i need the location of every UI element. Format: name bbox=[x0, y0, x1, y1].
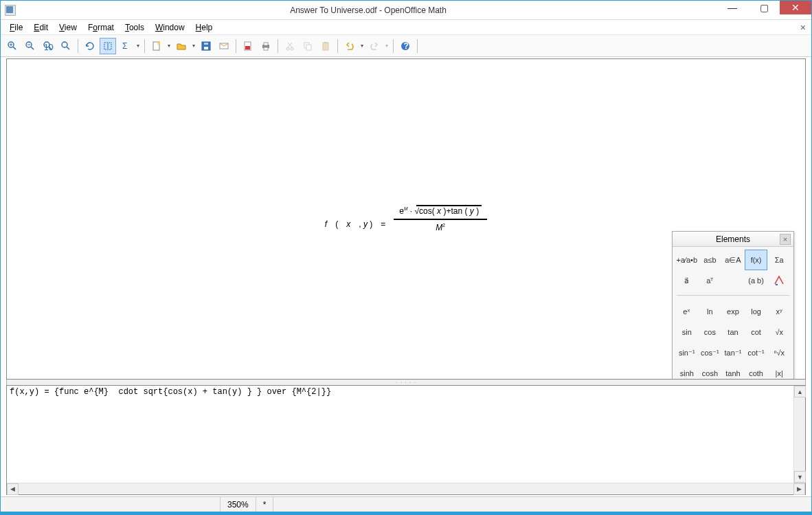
svg-point-16 bbox=[157, 42, 160, 45]
zoom-fit-icon[interactable] bbox=[58, 38, 74, 54]
window-title: Answer To Universe.odf - OpenOffice Math bbox=[20, 6, 717, 15]
fn-cos[interactable]: cos bbox=[699, 322, 722, 342]
window-buttons: — ▢ ✕ bbox=[717, 1, 811, 19]
cut-icon[interactable] bbox=[282, 38, 298, 54]
splitter-handle[interactable] bbox=[6, 380, 806, 385]
menu-edit[interactable]: Edit bbox=[29, 21, 53, 34]
menu-format[interactable]: Format bbox=[83, 21, 119, 34]
fn-coth[interactable]: coth bbox=[745, 363, 768, 380]
fn-sinh[interactable]: sinh bbox=[675, 363, 699, 380]
cat-others[interactable]: aᵀ bbox=[699, 270, 722, 291]
save-icon[interactable] bbox=[198, 38, 214, 54]
fn-atan[interactable]: tan⁻¹ bbox=[721, 342, 745, 363]
svg-text:Σ: Σ bbox=[122, 41, 127, 51]
svg-rect-22 bbox=[245, 46, 250, 50]
zoom-in-icon[interactable] bbox=[4, 38, 21, 54]
open-icon[interactable] bbox=[173, 38, 190, 54]
editor-hscroll[interactable]: ◀ ▶ bbox=[7, 483, 805, 494]
fn-asin[interactable]: sin⁻¹ bbox=[675, 342, 699, 363]
elements-panel[interactable]: Elements × +a⁄a•b a≤b a∈A f(x) Σa a⃗ aᵀ … bbox=[672, 231, 794, 380]
menu-help[interactable]: Help bbox=[191, 21, 218, 34]
sigma-icon[interactable]: Σ bbox=[117, 38, 134, 54]
elements-close-icon[interactable]: × bbox=[780, 234, 791, 245]
formula-editor[interactable]: f(x,y) = {func e^{M} cdot sqrt{cos(x) + … bbox=[7, 386, 805, 483]
formula-canvas[interactable]: f ( x , y ) = eM · √cos( x )+tan ( y ) M… bbox=[6, 58, 806, 380]
status-bar: 350% * bbox=[1, 496, 811, 512]
refresh-icon[interactable] bbox=[82, 38, 98, 54]
help-icon[interactable]: ? bbox=[397, 38, 414, 54]
menu-bar: File Edit View Format Tools Window Help … bbox=[1, 20, 811, 35]
cat-formats[interactable] bbox=[767, 270, 791, 291]
fn-tanh[interactable]: tanh bbox=[721, 363, 745, 380]
menu-file[interactable]: File bbox=[5, 21, 27, 34]
formula-cursor-icon[interactable] bbox=[100, 38, 116, 54]
fn-exp[interactable]: exp bbox=[721, 301, 745, 322]
menu-tools[interactable]: Tools bbox=[120, 21, 149, 34]
redo-icon[interactable] bbox=[366, 38, 383, 54]
cat-set[interactable]: a∈A bbox=[721, 250, 745, 270]
pdf-icon[interactable] bbox=[240, 38, 256, 54]
fn-acos[interactable]: cos⁻¹ bbox=[699, 342, 722, 363]
close-button[interactable]: ✕ bbox=[780, 1, 811, 14]
fn-cot[interactable]: cot bbox=[745, 322, 768, 342]
app-icon bbox=[5, 5, 16, 16]
editor-vscroll[interactable]: ▲ ▼ bbox=[793, 386, 805, 483]
svg-line-11 bbox=[67, 47, 69, 50]
elements-function-grid: eˣ ln exp log xʸ sin cos tan cot √x sin⁻… bbox=[673, 298, 793, 380]
svg-point-10 bbox=[62, 42, 67, 47]
maximize-button[interactable]: ▢ bbox=[748, 1, 780, 14]
fn-sqrt[interactable]: √x bbox=[767, 322, 791, 342]
editor-pane: f(x,y) = {func e^{M} cdot sqrt{cos(x) + … bbox=[6, 385, 806, 495]
sigma-dropdown[interactable]: ▾ bbox=[135, 43, 142, 49]
minimize-button[interactable]: — bbox=[717, 1, 748, 14]
open-dropdown[interactable]: ▾ bbox=[190, 43, 197, 49]
fn-abs[interactable]: |x| bbox=[767, 363, 791, 380]
fn-power[interactable]: xʸ bbox=[767, 301, 791, 322]
undo-icon[interactable] bbox=[341, 38, 358, 54]
scroll-right-icon[interactable]: ▶ bbox=[793, 483, 805, 495]
document-close-icon[interactable]: × bbox=[800, 22, 806, 33]
zoom-100-icon[interactable]: 100 bbox=[40, 38, 56, 54]
status-left bbox=[1, 497, 221, 512]
undo-dropdown[interactable]: ▾ bbox=[359, 43, 365, 49]
cat-attributes[interactable]: a⃗ bbox=[675, 270, 699, 291]
cat-blank bbox=[721, 270, 745, 291]
svg-rect-18 bbox=[204, 47, 208, 50]
cat-relations[interactable]: a≤b bbox=[699, 250, 722, 270]
svg-text:?: ? bbox=[404, 41, 409, 51]
svg-rect-24 bbox=[264, 43, 268, 45]
svg-rect-33 bbox=[324, 42, 327, 43]
copy-icon[interactable] bbox=[300, 38, 316, 54]
fn-exp-e[interactable]: eˣ bbox=[675, 301, 699, 322]
fn-log[interactable]: log bbox=[745, 301, 768, 322]
fn-sin[interactable]: sin bbox=[675, 322, 699, 342]
menu-view[interactable]: View bbox=[54, 21, 82, 34]
fn-tan[interactable]: tan bbox=[721, 322, 745, 342]
new-icon[interactable] bbox=[148, 38, 165, 54]
print-icon[interactable] bbox=[258, 38, 274, 54]
svg-rect-19 bbox=[204, 43, 208, 45]
cat-functions[interactable]: f(x) bbox=[745, 250, 768, 270]
status-zoom[interactable]: 350% bbox=[221, 497, 256, 512]
svg-rect-25 bbox=[264, 47, 268, 50]
zoom-out-icon[interactable] bbox=[22, 38, 38, 54]
cat-unary[interactable]: +a⁄a•b bbox=[675, 250, 699, 270]
redo-dropdown[interactable]: ▾ bbox=[383, 43, 390, 49]
rendered-formula: f ( x , y ) = eM · √cos( x )+tan ( y ) M… bbox=[7, 197, 805, 234]
cat-operators[interactable]: Σa bbox=[767, 250, 791, 270]
mail-icon[interactable] bbox=[216, 38, 232, 54]
scroll-up-icon[interactable]: ▲ bbox=[794, 386, 806, 397]
fn-ln[interactable]: ln bbox=[699, 301, 722, 322]
elements-title[interactable]: Elements × bbox=[673, 232, 793, 247]
fn-nroot[interactable]: ⁿ√x bbox=[767, 342, 791, 363]
cat-brackets[interactable]: (a b) bbox=[745, 270, 768, 291]
fn-acot[interactable]: cot⁻¹ bbox=[745, 342, 768, 363]
menu-window[interactable]: Window bbox=[150, 21, 190, 34]
svg-text:100: 100 bbox=[44, 43, 54, 52]
paste-icon[interactable] bbox=[317, 38, 334, 54]
scroll-left-icon[interactable]: ◀ bbox=[7, 483, 19, 495]
fn-cosh[interactable]: cosh bbox=[699, 363, 722, 380]
scroll-down-icon[interactable]: ▼ bbox=[794, 471, 806, 483]
svg-line-1 bbox=[13, 47, 16, 50]
new-dropdown[interactable]: ▾ bbox=[166, 43, 172, 49]
